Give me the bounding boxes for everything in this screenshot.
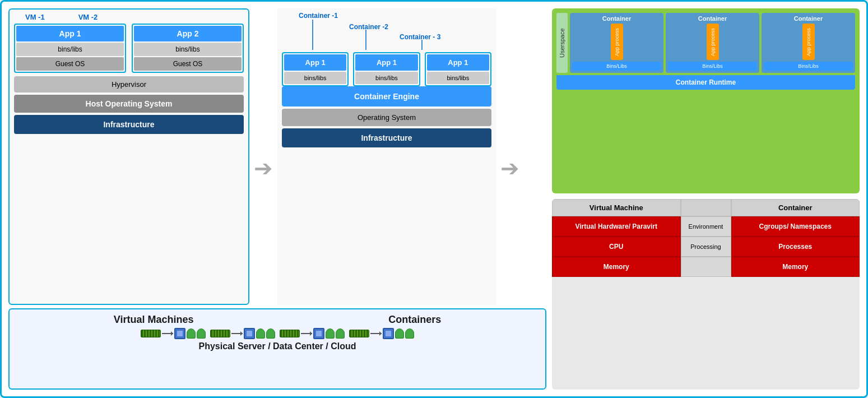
container1-box: App 1 bins/libs xyxy=(282,52,349,86)
vm2-box: App 2 bins/libs Guest OS xyxy=(132,24,244,73)
comp-cell-vm-3: Memory xyxy=(552,257,681,277)
app-process-2: App process xyxy=(707,24,719,60)
server-unit-2 xyxy=(210,328,275,339)
app-process-3: App process xyxy=(802,24,815,60)
db-icon-8 xyxy=(405,328,414,339)
server-icons-row xyxy=(141,328,414,339)
vm1-label: VM -1 xyxy=(25,13,45,21)
runtime-c3-label: Container xyxy=(794,15,823,22)
c2-bins: bins/libs xyxy=(355,72,417,84)
vm2-bins: bins/libs xyxy=(134,43,242,56)
container3-box: App 1 bins/libs xyxy=(425,52,491,86)
container-diagram: Container -1 Container -2 Container - 3 … xyxy=(277,8,496,305)
container-runtime-label: Container Runtime xyxy=(556,75,855,90)
container2-label: Container -2 xyxy=(349,23,388,31)
cpu-chip-1 xyxy=(174,328,185,339)
db-icon-4 xyxy=(266,328,275,339)
right-arrow2-icon: ➔ xyxy=(500,155,519,181)
runtime-c2-label: Container xyxy=(698,15,727,22)
container-to-runtime-arrow: ➔ xyxy=(496,8,524,305)
main-container: VM -1 VM -2 App 1 bins/libs Guest OS App… xyxy=(0,0,868,398)
vm2-app: App 2 xyxy=(134,26,242,41)
comp-cell-vm-1: Virtual Hardware/ Paravirt xyxy=(552,216,681,237)
bins-libs-1: Bins/Libs xyxy=(572,62,661,71)
runtime-diagram: Userspace Container App process Bins/Lib… xyxy=(552,8,860,193)
container1-label: Container -1 xyxy=(299,12,338,20)
server-unit-4 xyxy=(349,328,414,339)
userspace-label: Userspace xyxy=(556,13,568,73)
right-arrow-icon: ➔ xyxy=(254,155,273,181)
c1-bins: bins/libs xyxy=(284,72,346,84)
comp-cell-mid-3 xyxy=(681,257,731,277)
runtime-container-1: Container App process Bins/Libs xyxy=(570,13,663,73)
vm-diagram: VM -1 VM -2 App 1 bins/libs Guest OS App… xyxy=(8,8,249,305)
runtime-c1-label: Container xyxy=(602,15,631,22)
connector-3 xyxy=(301,328,312,339)
runtime-containers-row: Container App process Bins/Libs Containe… xyxy=(570,13,855,73)
db-icon-3 xyxy=(256,328,265,339)
right-section: Userspace Container App process Bins/Lib… xyxy=(552,8,860,390)
comp-header-row: Virtual Machine Container xyxy=(552,199,860,216)
server-unit-3 xyxy=(280,328,345,339)
vm2-guestos: Guest OS xyxy=(134,57,242,71)
container-infrastructure-layer: Infrastructure xyxy=(282,128,491,147)
cpu-chip-3 xyxy=(313,328,324,339)
server-bar-1 xyxy=(141,330,161,337)
container-engine-layer: Container Engine xyxy=(282,86,491,107)
c2-app: App 1 xyxy=(355,54,417,71)
comparison-table: Virtual Machine Container Virtual Hardwa… xyxy=(552,199,860,390)
vm1-guestos: Guest OS xyxy=(16,57,124,71)
containers-title: Containers xyxy=(388,314,441,326)
bottom-section: Virtual Machines Containers xyxy=(8,308,546,390)
c3-bins: bins/libs xyxy=(427,72,489,84)
server-unit-1 xyxy=(141,328,206,339)
comp-row-3: Memory Memory xyxy=(552,257,860,277)
svg-marker-4 xyxy=(171,331,173,336)
comp-header-mid xyxy=(681,199,731,216)
server-bar-2 xyxy=(210,330,230,337)
svg-marker-10 xyxy=(379,331,382,336)
server-bar-3 xyxy=(280,330,300,337)
comp-cell-c-1: Cgroups/ Namespaces xyxy=(731,216,860,237)
container3-label: Container - 3 xyxy=(400,33,440,41)
svg-marker-6 xyxy=(240,331,243,336)
vm1-app: App 1 xyxy=(16,26,124,41)
comp-cell-c-2: Processes xyxy=(731,237,860,257)
vm-boxes: App 1 bins/libs Guest OS App 2 bins/libs… xyxy=(14,24,244,73)
container2-box: App 1 bins/libs xyxy=(353,52,420,86)
comp-cell-mid-2: Processing xyxy=(681,237,731,257)
server-bar-4 xyxy=(349,330,369,337)
db-icon-1 xyxy=(187,328,196,339)
comp-cell-mid-1: Environment xyxy=(681,216,731,237)
bins-libs-2: Bins/Libs xyxy=(668,62,757,71)
comp-cell-vm-2: CPU xyxy=(552,237,681,257)
footer-label: Physical Server / Data Center / Cloud xyxy=(199,341,356,351)
vm-title: Virtual Machines xyxy=(114,314,194,326)
db-icon-6 xyxy=(336,328,345,339)
comp-row-2: CPU Processing Processes xyxy=(552,237,860,257)
bins-libs-3: Bins/Libs xyxy=(764,62,853,71)
comp-header-container: Container xyxy=(731,199,860,216)
cpu-chip-4 xyxy=(383,328,394,339)
comp-header-vm: Virtual Machine xyxy=(552,199,681,216)
hypervisor-layer: Hypervisor xyxy=(14,76,244,92)
c3-app: App 1 xyxy=(427,54,489,71)
connector-1 xyxy=(162,328,173,339)
comp-row-1: Virtual Hardware/ Paravirt Environment C… xyxy=(552,216,860,237)
container-apps-row: App 1 bins/libs App 1 bins/libs App 1 bi… xyxy=(282,52,491,86)
left-section: VM -1 VM -2 App 1 bins/libs Guest OS App… xyxy=(8,8,546,390)
app-process-1: App process xyxy=(611,24,623,60)
container-os-layer: Operating System xyxy=(282,109,491,126)
svg-marker-8 xyxy=(310,331,312,336)
top-diagrams: VM -1 VM -2 App 1 bins/libs Guest OS App… xyxy=(8,8,546,305)
runtime-container-3: Container App process Bins/Libs xyxy=(762,13,855,73)
vm-infrastructure-layer: Infrastructure xyxy=(14,115,244,134)
vm-labels: VM -1 VM -2 xyxy=(14,13,244,21)
vm1-bins: bins/libs xyxy=(16,43,124,56)
db-icon-2 xyxy=(197,328,206,339)
cpu-chip-2 xyxy=(244,328,255,339)
vm1-box: App 1 bins/libs Guest OS xyxy=(14,24,126,73)
runtime-container-2: Container App process Bins/Libs xyxy=(666,13,759,73)
connector-4 xyxy=(370,328,382,339)
c1-app: App 1 xyxy=(284,54,346,71)
